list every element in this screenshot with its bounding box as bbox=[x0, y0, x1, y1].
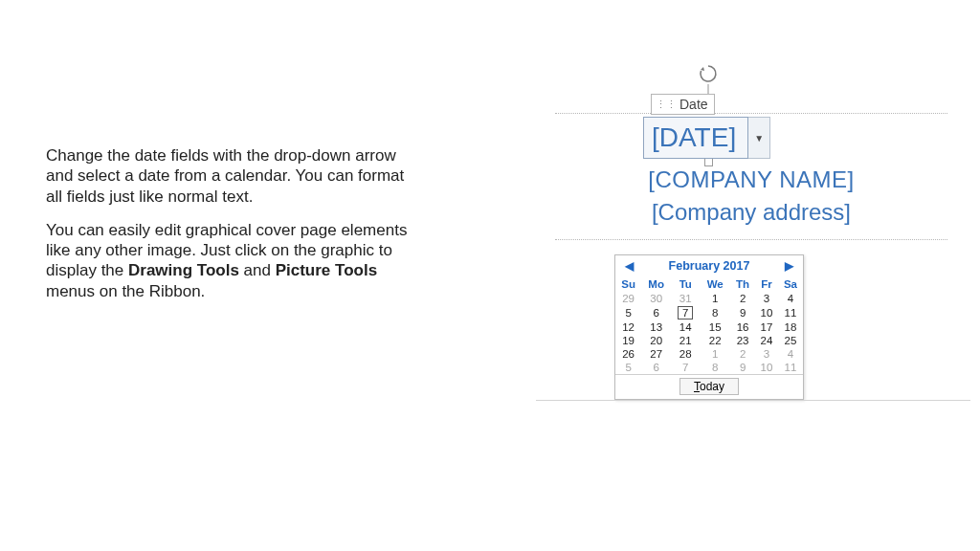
dow-su: Su bbox=[615, 276, 641, 292]
instruction-p2: You can easily edit graphical cover page… bbox=[46, 220, 410, 301]
calendar-day[interactable]: 10 bbox=[755, 305, 778, 320]
calendar-day[interactable]: 11 bbox=[778, 305, 803, 320]
calendar-day[interactable]: 22 bbox=[700, 334, 730, 347]
selection-handle-bottom[interactable] bbox=[704, 158, 713, 166]
calendar-day[interactable]: 15 bbox=[700, 320, 730, 334]
calendar-week: 2930311234 bbox=[615, 292, 803, 305]
calendar-day[interactable]: 6 bbox=[641, 361, 671, 374]
calendar-prev-button[interactable]: ◀ bbox=[621, 259, 637, 273]
grip-icon: ⋮⋮ bbox=[656, 101, 677, 108]
date-content-control[interactable]: [DATE] ▼ bbox=[643, 117, 770, 159]
company-name-placeholder[interactable]: [COMPANY NAME] bbox=[555, 166, 947, 193]
dow-fr: Fr bbox=[755, 276, 778, 292]
calendar-day[interactable]: 1 bbox=[700, 292, 730, 305]
instruction-text: Change the date fields with the drop-dow… bbox=[46, 145, 410, 315]
picture-tools-label: Picture Tools bbox=[276, 261, 377, 279]
instruction-p2-e: menus on the Ribbon. bbox=[46, 282, 205, 300]
chevron-down-icon: ▼ bbox=[754, 133, 764, 143]
calendar-month-title[interactable]: February 2017 bbox=[669, 259, 750, 273]
dow-mo: Mo bbox=[641, 276, 671, 292]
drawing-tools-label: Drawing Tools bbox=[128, 261, 239, 279]
calendar-day[interactable]: 30 bbox=[641, 292, 671, 305]
calendar-day[interactable]: 29 bbox=[615, 292, 641, 305]
rotate-handle-icon[interactable] bbox=[696, 61, 721, 86]
date-picker-calendar: ◀ February 2017 ▶ Su Mo Tu We Th Fr Sa bbox=[614, 254, 804, 400]
calendar-day[interactable]: 31 bbox=[671, 292, 700, 305]
today-label-rest: oday bbox=[700, 380, 724, 393]
guide-line-top bbox=[555, 113, 947, 114]
calendar-day[interactable]: 3 bbox=[755, 292, 778, 305]
instruction-p2-c: and bbox=[239, 261, 276, 279]
calendar-day[interactable]: 26 bbox=[615, 347, 641, 361]
calendar-week: 567891011 bbox=[615, 361, 803, 374]
calendar-day[interactable]: 8 bbox=[700, 361, 730, 374]
company-address-placeholder[interactable]: [Company address] bbox=[555, 199, 947, 226]
calendar-dow-row: Su Mo Tu We Th Fr Sa bbox=[615, 276, 803, 292]
calendar-today-button[interactable]: Today bbox=[679, 378, 739, 395]
calendar-day[interactable]: 23 bbox=[730, 334, 755, 347]
calendar-day[interactable]: 25 bbox=[778, 334, 803, 347]
calendar-day[interactable]: 1 bbox=[700, 347, 730, 361]
calendar-week: 12131415161718 bbox=[615, 320, 803, 334]
calendar-grid: Su Mo Tu We Th Fr Sa 2930311234567891011… bbox=[615, 276, 803, 374]
calendar-day[interactable]: 21 bbox=[671, 334, 700, 347]
calendar-day[interactable]: 11 bbox=[778, 361, 803, 374]
calendar-day[interactable]: 6 bbox=[641, 305, 671, 320]
content-control-tag-label: Date bbox=[679, 97, 708, 112]
calendar-header: ◀ February 2017 ▶ bbox=[615, 255, 803, 276]
calendar-day[interactable]: 8 bbox=[700, 305, 730, 320]
calendar-day[interactable]: 5 bbox=[615, 305, 641, 320]
calendar-day[interactable]: 7 bbox=[671, 305, 700, 320]
dow-tu: Tu bbox=[671, 276, 700, 292]
dow-we: We bbox=[700, 276, 730, 292]
calendar-day[interactable]: 28 bbox=[671, 347, 700, 361]
calendar-footer: Today bbox=[615, 374, 803, 399]
calendar-day[interactable]: 14 bbox=[671, 320, 700, 334]
calendar-day[interactable]: 17 bbox=[755, 320, 778, 334]
calendar-day[interactable]: 27 bbox=[641, 347, 671, 361]
page-baseline bbox=[536, 400, 970, 401]
calendar-day[interactable]: 12 bbox=[615, 320, 641, 334]
calendar-day[interactable]: 10 bbox=[755, 361, 778, 374]
calendar-day[interactable]: 13 bbox=[641, 320, 671, 334]
calendar-next-button[interactable]: ▶ bbox=[781, 259, 797, 273]
calendar-day[interactable]: 24 bbox=[755, 334, 778, 347]
calendar-day[interactable]: 20 bbox=[641, 334, 671, 347]
calendar-body: 2930311234567891011121314151617181920212… bbox=[615, 292, 803, 374]
calendar-day[interactable]: 3 bbox=[755, 347, 778, 361]
guide-line-bottom bbox=[555, 239, 947, 240]
calendar-day[interactable]: 2 bbox=[730, 292, 755, 305]
calendar-day[interactable]: 16 bbox=[730, 320, 755, 334]
calendar-week: 19202122232425 bbox=[615, 334, 803, 347]
calendar-day[interactable]: 5 bbox=[615, 361, 641, 374]
date-value[interactable]: [DATE] bbox=[643, 117, 748, 159]
calendar-day[interactable]: 18 bbox=[778, 320, 803, 334]
calendar-week: 2627281234 bbox=[615, 347, 803, 361]
calendar-day[interactable]: 9 bbox=[730, 361, 755, 374]
calendar-day[interactable]: 9 bbox=[730, 305, 755, 320]
date-dropdown-button[interactable]: ▼ bbox=[748, 117, 770, 159]
calendar-day[interactable]: 7 bbox=[671, 361, 700, 374]
page-root: Change the date fields with the drop-dow… bbox=[0, 0, 980, 551]
calendar-day[interactable]: 4 bbox=[778, 292, 803, 305]
calendar-day[interactable]: 19 bbox=[615, 334, 641, 347]
dow-sa: Sa bbox=[778, 276, 803, 292]
content-control-tag[interactable]: ⋮⋮ Date bbox=[651, 94, 715, 115]
calendar-day[interactable]: 2 bbox=[730, 347, 755, 361]
instruction-p1: Change the date fields with the drop-dow… bbox=[46, 145, 410, 207]
calendar-week: 567891011 bbox=[615, 305, 803, 320]
calendar-day[interactable]: 4 bbox=[778, 347, 803, 361]
dow-th: Th bbox=[730, 276, 755, 292]
